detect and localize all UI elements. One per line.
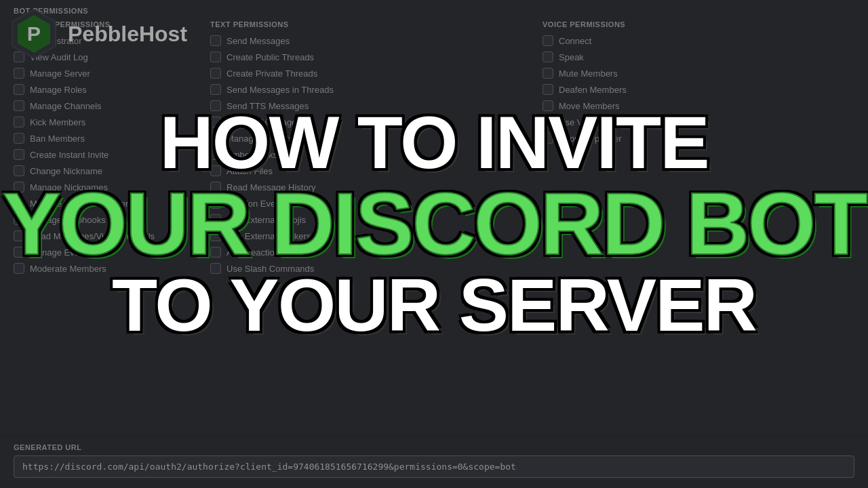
perm-label-send-messages: Send Messages	[226, 36, 290, 46]
perm-checkbox-mention-everyone[interactable]	[210, 198, 221, 209]
perm-checkbox-create-invite[interactable]	[14, 149, 24, 160]
perm-checkbox-read-messages[interactable]	[14, 230, 24, 241]
perm-checkbox-speak[interactable]	[542, 52, 553, 62]
perm-checkbox-private-threads[interactable]	[210, 68, 221, 79]
perm-label-manage-server: Manage Server	[30, 68, 90, 79]
perm-checkbox-attach-files[interactable]	[210, 165, 221, 176]
perm-label-kick-members: Kick Members	[30, 117, 85, 127]
perm-label-manage-roles: Manage Roles	[30, 85, 87, 95]
perm-item-kick-members[interactable]: Kick Members	[14, 117, 190, 127]
perm-checkbox-move-members[interactable]	[542, 100, 553, 111]
perm-checkbox-manage-events[interactable]	[14, 247, 24, 258]
perm-label-read-messages: Read Messages/View Channels	[30, 231, 155, 241]
perm-checkbox-voice-activity[interactable]	[542, 117, 553, 127]
perm-checkbox-send-in-threads[interactable]	[210, 84, 221, 95]
perm-item-manage-roles[interactable]: Manage Roles	[14, 84, 190, 95]
perm-item-move-members[interactable]: Move Members	[542, 100, 854, 111]
perm-label-external-stickers: Use External Stickers	[226, 231, 311, 241]
perm-item-priority-speaker[interactable]: Priority Speaker	[542, 133, 854, 144]
perm-checkbox-ban-members[interactable]	[14, 133, 24, 144]
perm-item-manage-channels[interactable]: Manage Channels	[14, 100, 190, 111]
perm-checkbox-send-messages[interactable]	[210, 35, 221, 46]
perm-item-external-emojis[interactable]: Use External Emojis	[210, 214, 522, 225]
perm-checkbox-deafen-members[interactable]	[542, 84, 553, 95]
perm-checkbox-manage-threads[interactable]	[210, 133, 221, 144]
perm-label-connect: Connect	[559, 36, 591, 46]
perm-label-manage-webhooks: Manage Webhooks	[30, 215, 106, 225]
permissions-background: BOT PERMISSIONS GENERAL PERMISSIONS Admi…	[0, 0, 868, 488]
perm-label-slash-commands: Use Slash Commands	[226, 264, 314, 274]
perm-item-mention-everyone[interactable]: Mention Everyone	[210, 198, 522, 209]
perm-item-change-nickname[interactable]: Change Nickname	[14, 165, 190, 176]
perm-label-external-emojis: Use External Emojis	[226, 215, 306, 225]
perm-item-deafen-members[interactable]: Deafen Members	[542, 84, 854, 95]
perm-item-read-message-history[interactable]: Read Message History	[210, 182, 522, 192]
perm-checkbox-external-stickers[interactable]	[210, 230, 221, 241]
perm-item-read-messages[interactable]: Read Messages/View Channels	[14, 230, 190, 241]
perm-label-manage-threads: Manage Threads	[226, 134, 293, 144]
voice-permissions-title: VOICE PERMISSIONS	[542, 20, 854, 28]
perm-item-manage-webhooks[interactable]: Manage Webhooks	[14, 214, 190, 225]
perm-item-manage-server[interactable]: Manage Server	[14, 68, 190, 79]
perm-checkbox-change-nickname[interactable]	[14, 165, 24, 176]
perm-item-manage-messages[interactable]: Manage Messages	[210, 117, 522, 127]
voice-permissions-column: VOICE PERMISSIONS Connect Speak Mute Mem…	[542, 20, 854, 279]
perm-checkbox-public-threads[interactable]	[210, 52, 221, 62]
perm-item-send-in-threads[interactable]: Send Messages in Threads	[210, 84, 522, 95]
perm-checkbox-manage-channels[interactable]	[14, 100, 24, 111]
svg-text:P: P	[27, 22, 41, 45]
perm-label-add-reactions: Add Reactions	[226, 247, 284, 258]
perm-checkbox-manage-server[interactable]	[14, 68, 24, 79]
perm-item-manage-threads[interactable]: Manage Threads	[210, 133, 522, 144]
perm-item-attach-files[interactable]: Attach Files	[210, 165, 522, 176]
perm-checkbox-read-message-history[interactable]	[210, 182, 221, 192]
perm-label-manage-events: Manage Events	[30, 247, 91, 258]
perm-item-private-threads[interactable]: Create Private Threads	[210, 68, 522, 79]
perm-item-manage-nicknames[interactable]: Manage Nicknames	[14, 182, 190, 192]
perm-checkbox-manage-nicknames[interactable]	[14, 182, 24, 192]
perm-item-manage-emojis[interactable]: Manage Emojis & Stickers	[14, 198, 190, 209]
perm-label-move-members: Move Members	[559, 101, 620, 111]
perm-item-public-threads[interactable]: Create Public Threads	[210, 52, 522, 62]
perm-checkbox-mute-members[interactable]	[542, 68, 553, 79]
perm-checkbox-manage-roles[interactable]	[14, 84, 24, 95]
perm-label-moderate-members: Moderate Members	[30, 264, 106, 274]
perm-label-change-nickname: Change Nickname	[30, 166, 102, 176]
perm-checkbox-send-tts[interactable]	[210, 100, 221, 111]
perm-item-mute-members[interactable]: Mute Members	[542, 68, 854, 79]
perm-checkbox-kick-members[interactable]	[14, 117, 24, 127]
perm-item-ban-members[interactable]: Ban Members	[14, 133, 190, 144]
perm-checkbox-manage-webhooks[interactable]	[14, 214, 24, 225]
perm-checkbox-manage-messages[interactable]	[210, 117, 221, 127]
perm-label-voice-activity: Use Voice Activity	[559, 117, 629, 127]
perm-label-manage-nicknames: Manage Nicknames	[30, 182, 108, 192]
perm-checkbox-add-reactions[interactable]	[210, 247, 221, 258]
perm-item-send-tts[interactable]: Send TTS Messages	[210, 100, 522, 111]
perm-item-speak[interactable]: Speak	[542, 52, 854, 62]
perm-label-embed-links: Embed Links	[226, 150, 277, 160]
perm-checkbox-connect[interactable]	[542, 35, 553, 46]
perm-checkbox-slash-commands[interactable]	[210, 263, 221, 274]
perm-label-manage-messages: Manage Messages	[226, 117, 301, 127]
perm-item-external-stickers[interactable]: Use External Stickers	[210, 230, 522, 241]
logo-area: P PebbleHost	[7, 7, 187, 61]
generated-url-value[interactable]: https://discord.com/api/oauth2/authorize…	[14, 455, 854, 478]
perm-checkbox-external-emojis[interactable]	[210, 214, 221, 225]
perm-checkbox-embed-links[interactable]	[210, 149, 221, 160]
perm-label-speak: Speak	[559, 52, 584, 62]
perm-item-embed-links[interactable]: Embed Links	[210, 149, 522, 160]
perm-label-send-tts: Send TTS Messages	[226, 101, 309, 111]
perm-item-send-messages[interactable]: Send Messages	[210, 35, 522, 46]
perm-checkbox-manage-emojis[interactable]	[14, 198, 24, 209]
perm-item-create-invite[interactable]: Create Instant Invite	[14, 149, 190, 160]
perm-item-add-reactions[interactable]: Add Reactions	[210, 247, 522, 258]
perm-checkbox-priority-speaker[interactable]	[542, 133, 553, 144]
perm-item-manage-events[interactable]: Manage Events	[14, 247, 190, 258]
perm-label-manage-channels: Manage Channels	[30, 101, 102, 111]
perm-item-voice-activity[interactable]: Use Voice Activity	[542, 117, 854, 127]
perm-item-connect[interactable]: Connect	[542, 35, 854, 46]
perm-item-slash-commands[interactable]: Use Slash Commands	[210, 263, 522, 274]
perm-item-moderate-members[interactable]: Moderate Members	[14, 263, 190, 274]
perm-label-mention-everyone: Mention Everyone	[226, 199, 298, 209]
perm-checkbox-moderate-members[interactable]	[14, 263, 24, 274]
